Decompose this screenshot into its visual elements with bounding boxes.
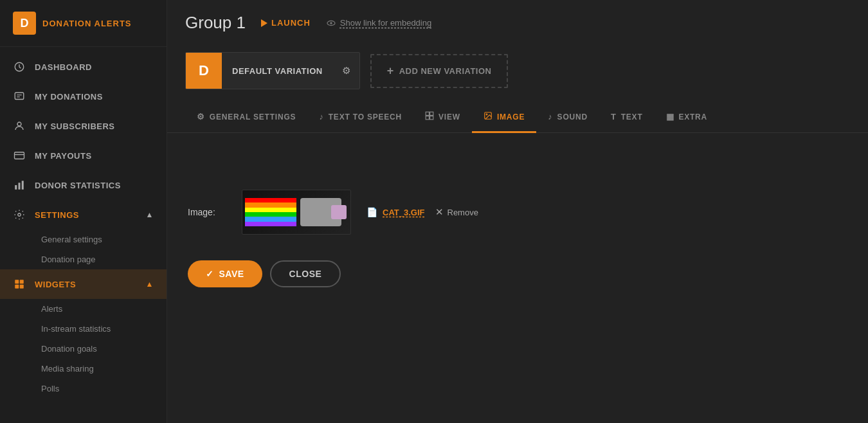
svg-rect-18 (430, 112, 433, 115)
tab-extra[interactable]: ▦ EXTRA (655, 103, 719, 132)
sidebar-subitem-donation-page[interactable]: Donation page (35, 249, 167, 269)
tab-general-settings[interactable]: ⚙ GENERAL SETTINGS (185, 103, 307, 132)
sound-tab-icon: ♪ (548, 112, 552, 122)
svg-rect-7 (15, 185, 17, 190)
svg-rect-12 (20, 280, 24, 284)
sidebar-item-my-subscribers-label: My Subscribers (35, 122, 115, 131)
sidebar-subitem-general-settings[interactable]: General settings (35, 230, 167, 249)
sidebar: D DONATION ALERTS Dashboard My Donations… (0, 0, 167, 423)
settings-subitems: General settings Donation page (0, 230, 167, 269)
sidebar-item-dashboard-label: Dashboard (35, 62, 92, 72)
music-tab-icon: ♪ (319, 112, 323, 122)
svg-rect-13 (15, 285, 19, 289)
sidebar-item-widgets[interactable]: Widgets ▲ (0, 269, 167, 299)
svg-rect-19 (426, 116, 429, 120)
file-info: 📄 CAT_3.GIF ✕ Remove (366, 206, 478, 218)
rainbow-blue (245, 217, 296, 221)
card-icon (13, 149, 26, 162)
variation-label: DEFAULT VARIATION (222, 66, 333, 76)
tab-text[interactable]: T TEXT (599, 103, 655, 132)
svg-rect-14 (20, 285, 24, 289)
logo-icon: D (13, 12, 36, 35)
file-name[interactable]: CAT_3.GIF (383, 208, 425, 217)
extra-tab-icon: ▦ (666, 112, 674, 122)
remove-x-icon: ✕ (435, 206, 444, 218)
variation-gear-icon[interactable]: ⚙ (333, 65, 359, 76)
main-content: Group 1 LAUNCH Show link for embedding D… (167, 0, 868, 423)
tab-general-settings-label: GENERAL SETTINGS (210, 113, 296, 122)
save-button[interactable]: ✓ SAVE (188, 260, 262, 287)
tab-text-label: TEXT (621, 113, 643, 122)
chevron-up-icon-widgets: ▲ (146, 280, 154, 289)
remove-button[interactable]: ✕ Remove (435, 206, 478, 218)
add-new-variation-button[interactable]: + ADD NEW VARIATION (370, 54, 509, 88)
widgets-icon (13, 278, 26, 291)
view-tab-icon (425, 111, 434, 122)
launch-button[interactable]: LAUNCH (261, 18, 311, 28)
group-title: Group 1 (185, 13, 246, 33)
tab-view-label: VIEW (439, 113, 460, 122)
text-tab-icon: T (611, 112, 617, 122)
sidebar-subitem-media-sharing[interactable]: Media sharing (35, 359, 167, 379)
image-label: Image: (188, 207, 226, 217)
sidebar-subitem-donation-goals[interactable]: Donation goals (35, 339, 167, 359)
nyan-cat-image (245, 193, 348, 231)
sidebar-item-dashboard[interactable]: Dashboard (0, 52, 167, 82)
svg-point-16 (330, 22, 332, 24)
launch-label: LAUNCH (271, 18, 311, 28)
sidebar-subitem-in-stream-statistics[interactable]: In-stream statistics (35, 319, 167, 339)
tab-text-to-speech-label: TEXT TO SPEECH (329, 113, 402, 122)
rainbow-yellow (245, 208, 296, 212)
tab-sound-label: SOUND (557, 113, 588, 122)
remove-label: Remove (448, 208, 478, 217)
close-button[interactable]: CLOSE (270, 260, 341, 287)
action-buttons: ✓ SAVE CLOSE (188, 260, 847, 287)
tab-image[interactable]: IMAGE (472, 102, 536, 133)
play-icon (261, 19, 267, 27)
tab-text-to-speech[interactable]: ♪ TEXT TO SPEECH (307, 103, 413, 132)
tab-extra-label: EXTRA (678, 113, 707, 122)
sidebar-item-my-payouts-label: My Payouts (35, 151, 92, 161)
svg-point-4 (17, 122, 21, 126)
widgets-subitems: Alerts In-stream statistics Donation goa… (0, 299, 167, 399)
sidebar-subitem-alerts[interactable]: Alerts (35, 299, 167, 319)
svg-rect-11 (15, 280, 19, 284)
svg-rect-20 (430, 116, 433, 120)
brand-name: DONATION ALERTS (42, 19, 132, 28)
image-row: Image: 📄 CAT_ (188, 190, 847, 235)
tab-sound[interactable]: ♪ SOUND (536, 103, 599, 132)
rainbow-green (245, 212, 296, 217)
top-header: Group 1 LAUNCH Show link for embedding (167, 0, 868, 46)
svg-point-10 (18, 213, 21, 217)
sidebar-item-my-donations[interactable]: My Donations (0, 82, 167, 111)
chat-icon (13, 90, 26, 103)
tab-image-label: IMAGE (497, 113, 525, 122)
sidebar-item-my-subscribers[interactable]: My Subscribers (0, 111, 167, 141)
image-tab-icon (484, 111, 493, 122)
add-variation-label: ADD NEW VARIATION (399, 66, 492, 76)
embed-link[interactable]: Show link for embedding (326, 18, 431, 28)
rainbow-purple (245, 222, 296, 226)
close-label: CLOSE (289, 269, 322, 279)
sidebar-item-settings[interactable]: Settings ▲ (0, 200, 167, 230)
svg-rect-9 (22, 181, 24, 190)
variations-row: D DEFAULT VARIATION ⚙ + ADD NEW VARIATIO… (167, 46, 868, 102)
gear-tab-icon: ⚙ (197, 112, 205, 122)
sidebar-nav: Dashboard My Donations My Subscribers My… (0, 47, 167, 404)
svg-rect-8 (19, 183, 21, 190)
sidebar-settings-label: Settings (35, 210, 79, 220)
sidebar-item-donor-statistics[interactable]: Donor Statistics (0, 170, 167, 200)
chevron-up-icon: ▲ (146, 210, 154, 219)
clock-icon (13, 60, 26, 73)
bar-chart-icon (13, 179, 26, 192)
tab-view[interactable]: VIEW (413, 102, 472, 133)
eye-icon (326, 18, 336, 28)
person-icon (13, 120, 26, 132)
tabs-bar: ⚙ GENERAL SETTINGS ♪ TEXT TO SPEECH VIEW… (167, 102, 868, 133)
sidebar-item-my-payouts[interactable]: My Payouts (0, 141, 167, 170)
save-label: SAVE (219, 269, 244, 279)
sidebar-subitem-polls[interactable]: Polls (35, 379, 167, 399)
default-variation-card[interactable]: D DEFAULT VARIATION ⚙ (185, 52, 360, 89)
svg-rect-17 (426, 112, 429, 115)
image-preview (242, 190, 351, 235)
